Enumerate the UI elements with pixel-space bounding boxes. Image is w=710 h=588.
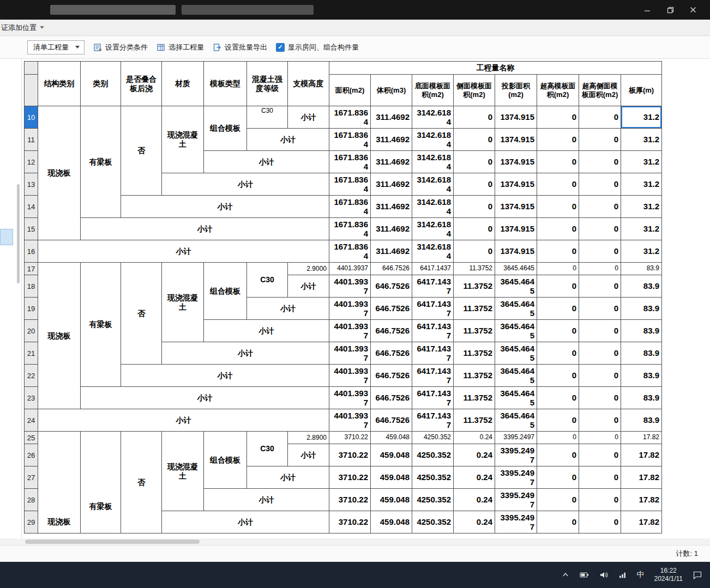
value-cell[interactable]: 3395.2497: [495, 466, 537, 489]
value-cell[interactable]: 1374.915: [495, 106, 537, 129]
row-number[interactable]: 21: [25, 342, 38, 365]
value-cell[interactable]: 4250.352: [412, 489, 454, 511]
add-position-menu[interactable]: 证添加位置: [1, 23, 37, 33]
value-cell[interactable]: 11.3752: [454, 387, 495, 409]
value-cell[interactable]: 3645.4645: [495, 320, 537, 342]
category-cell[interactable]: 小计: [121, 365, 329, 387]
category-cell[interactable]: 现浇板: [38, 106, 81, 240]
category-cell[interactable]: 小计: [247, 466, 329, 489]
value-cell[interactable]: 83.9: [621, 263, 662, 275]
category-cell[interactable]: 小计: [204, 320, 329, 342]
value-cell[interactable]: 0: [537, 173, 579, 196]
value-cell[interactable]: 3395.2497: [495, 489, 537, 511]
value-cell[interactable]: 0: [579, 342, 621, 365]
value-cell[interactable]: 311.4692: [371, 129, 412, 151]
value-cell[interactable]: 459.048: [371, 466, 412, 489]
checkbox-checked-icon[interactable]: ✓: [276, 43, 285, 52]
value-cell[interactable]: 311.4692: [371, 151, 412, 173]
category-cell[interactable]: 现浇混凝土: [162, 263, 204, 342]
value-cell[interactable]: 0: [537, 151, 579, 173]
category-cell[interactable]: 小计: [288, 106, 329, 129]
value-cell[interactable]: 3142.6184: [412, 129, 454, 151]
row-number[interactable]: 17: [25, 263, 38, 275]
value-cell[interactable]: 3142.6184: [412, 196, 454, 218]
category-cell[interactable]: 小计: [121, 196, 329, 218]
category-cell[interactable]: 小计: [81, 387, 329, 409]
value-cell[interactable]: 11.3752: [454, 320, 495, 342]
value-cell[interactable]: 17.82: [621, 511, 662, 534]
value-cell[interactable]: 31.2: [621, 106, 662, 129]
value-cell[interactable]: 31.2: [621, 196, 662, 218]
value-cell[interactable]: 31.2: [621, 173, 662, 196]
value-cell[interactable]: 83.9: [621, 320, 662, 342]
value-cell[interactable]: 3645.4645: [495, 365, 537, 387]
value-cell[interactable]: 0: [454, 106, 495, 129]
close-button[interactable]: [682, 0, 705, 20]
value-cell[interactable]: 1374.915: [495, 196, 537, 218]
batch-export-button[interactable]: 设置批量导出: [213, 43, 267, 52]
row-number[interactable]: 18: [25, 275, 38, 298]
value-cell[interactable]: 0: [579, 106, 621, 129]
network-icon[interactable]: [618, 571, 627, 579]
value-cell[interactable]: 6417.1437: [412, 320, 454, 342]
category-cell[interactable]: 小计: [288, 444, 329, 466]
value-cell[interactable]: 646.7526: [371, 409, 412, 432]
value-cell[interactable]: 6417.1437: [412, 298, 454, 320]
category-cell[interactable]: 小计: [204, 489, 329, 511]
panel-selected-item[interactable]: [0, 229, 13, 245]
value-cell[interactable]: 0.24: [454, 489, 495, 511]
value-cell[interactable]: 0: [537, 342, 579, 365]
quantity-type-combo[interactable]: 清单工程量: [27, 40, 85, 54]
value-cell[interactable]: 6417.1437: [412, 387, 454, 409]
value-cell[interactable]: 11.3752: [454, 342, 495, 365]
value-cell[interactable]: 459.048: [371, 511, 412, 534]
category-cell[interactable]: 小计: [247, 129, 329, 151]
value-cell[interactable]: 1671.8364: [329, 218, 371, 240]
value-cell[interactable]: 3142.6184: [412, 106, 454, 129]
row-number[interactable]: 22: [25, 365, 38, 387]
category-cell[interactable]: 组合模板: [204, 263, 247, 320]
value-cell[interactable]: 0: [579, 387, 621, 409]
value-cell[interactable]: 6417.1437: [412, 342, 454, 365]
value-cell[interactable]: 0: [537, 129, 579, 151]
value-cell[interactable]: 0: [537, 240, 579, 263]
value-cell[interactable]: 0: [537, 196, 579, 218]
category-cell[interactable]: C30: [247, 432, 288, 466]
value-cell[interactable]: 0: [579, 151, 621, 173]
value-cell[interactable]: 3710.22: [329, 432, 371, 444]
value-cell[interactable]: 0: [579, 173, 621, 196]
value-cell[interactable]: 459.048: [371, 489, 412, 511]
value-cell[interactable]: 0: [537, 409, 579, 432]
value-cell[interactable]: 3395.2497: [495, 432, 537, 444]
row-number[interactable]: 11: [25, 129, 38, 151]
value-cell[interactable]: 0: [537, 444, 579, 466]
category-cell[interactable]: 现浇混凝土: [162, 106, 204, 173]
value-cell[interactable]: 0: [454, 173, 495, 196]
horizontal-scrollbar[interactable]: [0, 538, 710, 545]
value-cell[interactable]: 3645.4645: [495, 387, 537, 409]
value-cell[interactable]: 0: [454, 196, 495, 218]
value-cell[interactable]: 0: [579, 365, 621, 387]
value-cell[interactable]: 3395.2497: [495, 511, 537, 534]
row-number[interactable]: 29: [25, 511, 38, 534]
category-cell[interactable]: 2.8900: [288, 432, 329, 444]
value-cell[interactable]: 6417.1437: [412, 275, 454, 298]
category-cell[interactable]: 组合模板: [204, 106, 247, 151]
value-cell[interactable]: 0: [454, 218, 495, 240]
value-cell[interactable]: 311.4692: [371, 218, 412, 240]
category-cell[interactable]: 现浇板: [38, 263, 81, 409]
value-cell[interactable]: 0: [537, 387, 579, 409]
value-cell[interactable]: 6417.1437: [412, 365, 454, 387]
value-cell[interactable]: 0: [537, 106, 579, 129]
value-cell[interactable]: 646.7526: [371, 320, 412, 342]
value-cell[interactable]: 0: [579, 489, 621, 511]
value-cell[interactable]: 1374.915: [495, 240, 537, 263]
value-cell[interactable]: 0: [454, 240, 495, 263]
value-cell[interactable]: 1374.915: [495, 173, 537, 196]
value-cell[interactable]: 3395.2497: [495, 444, 537, 466]
row-number[interactable]: 14: [25, 196, 38, 218]
value-cell[interactable]: 1671.8364: [329, 151, 371, 173]
battery-icon[interactable]: [580, 571, 589, 579]
value-cell[interactable]: 1671.8364: [329, 129, 371, 151]
value-cell[interactable]: 646.7526: [371, 263, 412, 275]
